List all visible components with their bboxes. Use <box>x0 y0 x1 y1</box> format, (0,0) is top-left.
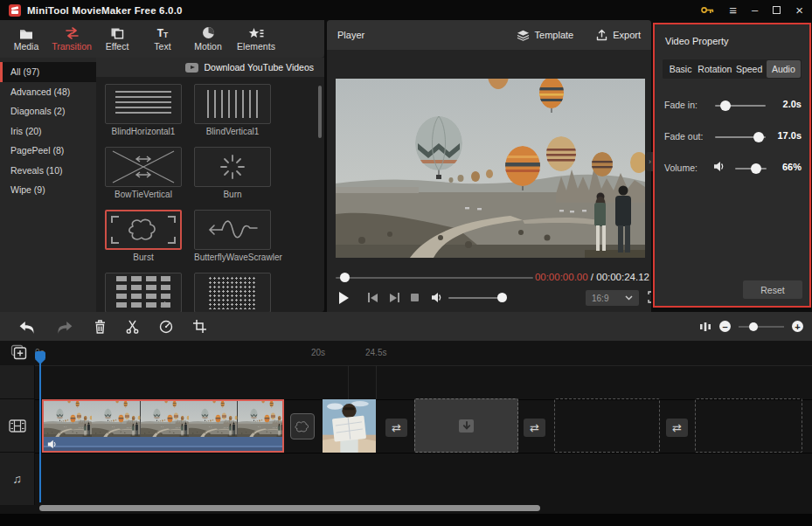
tab-motion[interactable]: Motion <box>185 20 231 58</box>
total-duration: 00:00:24.12 <box>596 272 649 282</box>
tab-speed[interactable]: Speed <box>732 60 767 78</box>
crop-icon[interactable] <box>193 320 206 333</box>
category-diagonals[interactable]: Diagonals (2) <box>0 101 96 121</box>
ruler-tick-24-5s: 24.5s <box>365 348 386 357</box>
player-panel: Player Template <box>327 20 651 312</box>
frame-corner-icon <box>111 237 119 244</box>
playhead-handle[interactable] <box>35 351 45 364</box>
transition-blindhorizontal1[interactable]: BlindHorizontal1 <box>105 84 182 139</box>
zoom-out-button[interactable]: – <box>719 321 731 332</box>
template-layers-icon <box>517 30 530 41</box>
clip-placeholder-1[interactable] <box>414 398 518 453</box>
play-button[interactable] <box>339 292 349 304</box>
chevron-down-icon <box>625 295 633 301</box>
swap-clips-button[interactable]: ⇄ <box>666 419 688 437</box>
clip-placeholder-2[interactable] <box>554 398 660 453</box>
speed-gauge-icon[interactable] <box>159 320 173 334</box>
seek-bar[interactable] <box>336 277 533 279</box>
clip-thumbnails <box>44 401 282 437</box>
transition-thumb-partial-2[interactable] <box>194 273 271 312</box>
fade-in-slider[interactable] <box>715 105 766 107</box>
tab-basic[interactable]: Basic <box>663 60 697 78</box>
tab-effect[interactable]: Effect <box>94 20 140 58</box>
zoom-in-button[interactable]: + <box>792 321 803 332</box>
player-volume-handle[interactable] <box>497 293 507 302</box>
category-pagepeel[interactable]: PagePeel (8) <box>0 141 96 161</box>
zoom-slider-handle[interactable] <box>749 322 758 331</box>
split-scissors-icon[interactable] <box>126 320 139 334</box>
tab-media[interactable]: Media <box>3 20 49 58</box>
transition-arrows-icon <box>64 26 80 39</box>
current-time: 00:00:00.00 <box>535 272 588 282</box>
category-advanced[interactable]: Advanced (48) <box>0 82 96 102</box>
swap-clips-button[interactable]: ⇄ <box>385 419 407 437</box>
category-wipe[interactable]: Wipe (9) <box>0 180 96 200</box>
add-to-track-icon[interactable] <box>10 344 27 360</box>
license-key-icon[interactable] <box>701 6 714 14</box>
fade-out-handle[interactable] <box>753 132 764 142</box>
playhead-line[interactable] <box>39 352 41 502</box>
timeline-zoom-slider[interactable] <box>739 322 784 332</box>
effect-layers-icon <box>110 26 124 39</box>
fade-out-row: Fade out: 17.0s <box>664 121 802 153</box>
timeline: 0s 20s 24.5s ♫ <box>0 341 812 526</box>
video-property-panel: Video Property Basic Rotation Speed Audi… <box>653 23 811 308</box>
stop-button[interactable] <box>411 294 419 301</box>
maximize-button[interactable] <box>773 6 781 14</box>
clip-audio-icon[interactable] <box>47 439 57 449</box>
redo-icon[interactable] <box>56 320 74 334</box>
timeline-horizontal-scrollbar[interactable] <box>39 505 540 511</box>
frame-corner-icon <box>168 237 176 244</box>
clip-placeholder-3[interactable] <box>695 398 802 453</box>
next-frame-button[interactable] <box>390 293 399 302</box>
minimize-button[interactable]: – <box>752 4 758 16</box>
previous-frame-button[interactable] <box>368 293 378 302</box>
volume-slider[interactable] <box>735 168 767 170</box>
fit-timeline-icon[interactable] <box>699 322 711 332</box>
swap-clips-button[interactable]: ⇄ <box>524 419 545 437</box>
category-reveals[interactable]: Reveals (10) <box>0 161 96 181</box>
export-button[interactable]: Export <box>596 29 641 41</box>
volume-value: 66% <box>782 162 802 172</box>
image-clip-map-person[interactable] <box>323 399 376 453</box>
download-youtube-button[interactable]: Download YouTube Videos <box>96 58 324 77</box>
fade-in-handle[interactable] <box>720 100 731 111</box>
ribbon-tabs: Media Transition Effect TT Text <box>0 20 324 58</box>
video-preview[interactable] <box>336 79 645 258</box>
blinds-horizontal-icon <box>115 91 171 117</box>
volume-handle[interactable] <box>751 163 761 174</box>
tab-audio[interactable]: Audio <box>767 60 801 78</box>
blinds-vertical-icon <box>207 90 258 118</box>
seek-handle[interactable] <box>340 273 350 282</box>
video-clip-balloons[interactable] <box>42 399 284 453</box>
player-volume-icon[interactable] <box>431 292 442 303</box>
delete-icon[interactable] <box>94 320 106 334</box>
reset-button[interactable]: Reset <box>743 280 802 299</box>
volume-speaker-icon[interactable] <box>713 161 725 172</box>
transition-bowtievertical[interactable]: BowTieVertical <box>105 147 182 202</box>
fade-out-slider[interactable] <box>715 136 766 138</box>
close-button[interactable]: × <box>795 3 803 17</box>
track-header-column: ♫ <box>0 365 35 505</box>
transition-blindvertical1[interactable]: BlindVertical1 <box>194 84 271 139</box>
tab-text[interactable]: TT Text <box>140 20 185 58</box>
app-title: MiniTool MovieMaker Free 6.0.0 <box>27 5 183 16</box>
tab-rotation[interactable]: Rotation <box>697 60 732 78</box>
transition-burst-selected[interactable]: Burst <box>105 210 182 265</box>
category-iris[interactable]: Iris (20) <box>0 121 96 142</box>
bowtie-icon <box>110 149 177 184</box>
tab-elements[interactable]: Elements <box>231 20 281 58</box>
category-all[interactable]: All (97) <box>0 62 96 82</box>
library-scrollbar[interactable] <box>318 86 322 138</box>
fade-in-value: 2.0s <box>783 99 802 109</box>
tab-transition[interactable]: Transition <box>49 20 94 58</box>
transition-burn[interactable]: Burn <box>194 147 271 202</box>
template-button[interactable]: Template <box>517 29 574 41</box>
menu-hamburger-icon[interactable]: ≡ <box>729 3 737 17</box>
applied-transition-burst[interactable] <box>290 413 315 439</box>
transition-list: Download YouTube Videos BlindHorizontal1… <box>96 58 324 312</box>
transition-thumb-partial-1[interactable] <box>105 273 182 312</box>
aspect-ratio-dropdown[interactable]: 16:9 <box>586 290 639 306</box>
transition-butterflywavescrawler[interactable]: ButterflyWaveScrawler <box>194 210 271 265</box>
undo-icon[interactable] <box>17 320 36 334</box>
